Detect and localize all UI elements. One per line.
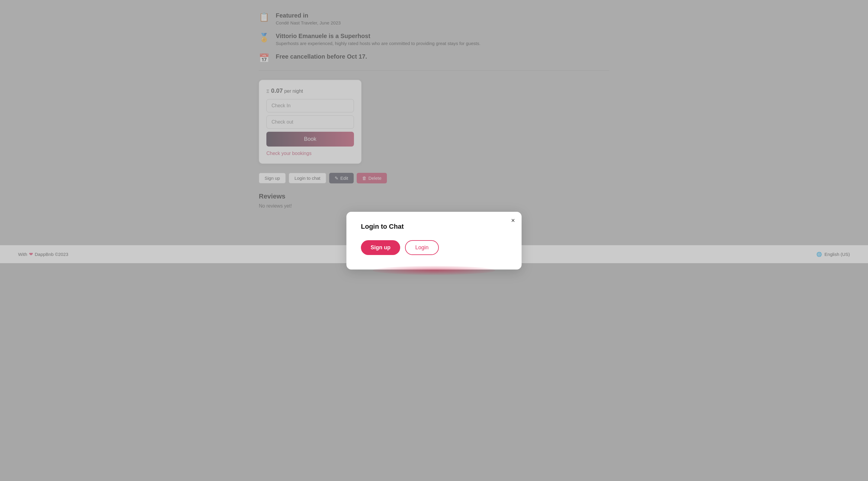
modal-overlay[interactable]: × Login to Chat Sign up Login [0,0,868,481]
modal-buttons: Sign up Login [361,240,507,255]
modal-signup-button[interactable]: Sign up [361,240,400,255]
modal-close-button[interactable]: × [511,217,515,224]
login-to-chat-modal: × Login to Chat Sign up Login [346,212,522,270]
modal-title: Login to Chat [361,223,507,231]
modal-glow [373,266,495,275]
modal-login-button[interactable]: Login [405,240,439,255]
